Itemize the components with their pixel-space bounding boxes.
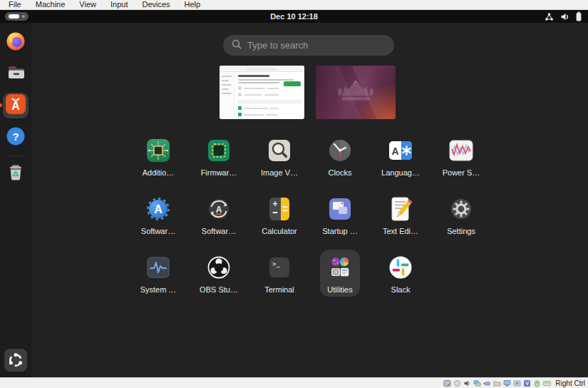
- obs-studio-icon: [205, 253, 233, 282]
- clocks-icon: [326, 136, 354, 165]
- ubuntu-logo-icon: [4, 362, 27, 374]
- status-mouse-integration-icon[interactable]: [533, 379, 541, 387]
- dock-item-files[interactable]: [6, 62, 26, 85]
- app-system-monitor[interactable]: System …: [128, 250, 189, 308]
- app-label: Slack: [391, 285, 411, 294]
- app-label: Calculator: [262, 227, 297, 235]
- status-features-icon[interactable]: V: [523, 379, 531, 387]
- svg-text:V: V: [525, 381, 529, 386]
- svg-text:A: A: [216, 205, 222, 215]
- text-editor-icon: [386, 195, 415, 223]
- dock-item-app-center[interactable]: A: [3, 93, 29, 118]
- volume-icon: [560, 12, 569, 21]
- show-apps-button[interactable]: [4, 349, 27, 372]
- status-shared-folders-icon[interactable]: [493, 379, 501, 387]
- app-obs-studio[interactable]: OBS Stu…: [189, 250, 249, 308]
- app-settings[interactable]: Settings: [431, 191, 492, 250]
- app-label: Firmwar…: [201, 168, 237, 177]
- app-tile: ASoftwar…: [196, 191, 242, 238]
- crown-emblem: [336, 80, 376, 106]
- app-label: Power S…: [443, 168, 480, 177]
- status-keyboard-icon[interactable]: [543, 379, 551, 387]
- app-slack[interactable]: Slack: [371, 250, 431, 308]
- app-tile: ALanguag…: [376, 133, 425, 180]
- app-tile: Text Edi…: [377, 191, 424, 238]
- app-label: Terminal: [264, 285, 294, 294]
- status-network-icon[interactable]: [473, 379, 481, 387]
- svg-text:A: A: [154, 203, 163, 215]
- app-software-updater[interactable]: ASoftwar…: [189, 191, 249, 250]
- app-image-viewer[interactable]: Image V…: [249, 133, 310, 191]
- dash-dock: A?: [0, 23, 31, 377]
- app-tile: Slack: [381, 250, 421, 297]
- app-label: Image V…: [261, 168, 298, 177]
- clock-label[interactable]: Dec 10 12:18: [0, 10, 588, 23]
- app-label: Languag…: [381, 168, 420, 177]
- app-language-support[interactable]: ALanguag…: [371, 133, 431, 191]
- help-icon: ?: [6, 126, 26, 149]
- statusbar-icons: V: [443, 379, 551, 387]
- software-store-icon: A: [144, 195, 172, 223]
- status-audio-icon[interactable]: [463, 379, 471, 387]
- menu-file[interactable]: File: [1, 0, 29, 9]
- app-label: Settings: [447, 227, 475, 235]
- app-additional-drivers[interactable]: Additio…: [128, 133, 189, 191]
- svg-text:>_: >_: [272, 260, 280, 267]
- app-power-statistics[interactable]: Power S…: [431, 133, 492, 191]
- app-software-store[interactable]: ASoftwar…: [128, 191, 189, 250]
- status-hard-disks-icon[interactable]: [443, 379, 451, 387]
- browser-toolbar: [220, 66, 304, 72]
- battery-icon: [576, 11, 582, 21]
- app-tile: >_Terminal: [259, 250, 300, 297]
- svg-text:A: A: [11, 100, 20, 112]
- dock-item-firefox[interactable]: [6, 31, 26, 54]
- host-key-label: Right Ctrl: [555, 379, 585, 387]
- status-display-icon[interactable]: [503, 379, 511, 387]
- gnome-top-bar: Dec 10 12:18: [0, 10, 588, 23]
- app-tile: Firmwar…: [195, 133, 243, 180]
- app-tile: Clocks: [320, 133, 360, 180]
- vbox-menubar: FileMachineViewInputDevicesHelp: [0, 0, 588, 10]
- app-label: OBS Stu…: [200, 285, 238, 294]
- browser-green-button: [284, 81, 301, 86]
- software-updater-icon: A: [205, 195, 233, 223]
- status-recording-icon[interactable]: [513, 379, 521, 387]
- workspace-thumbnail-wallpaper[interactable]: [316, 66, 396, 119]
- app-label: Startup …: [322, 227, 358, 235]
- menu-help[interactable]: Help: [177, 0, 208, 9]
- app-tile: ASoftwar…: [135, 191, 181, 238]
- system-tray[interactable]: [545, 10, 582, 23]
- app-terminal[interactable]: >_Terminal: [249, 250, 310, 308]
- app-clocks[interactable]: Clocks: [310, 133, 371, 191]
- app-text-editor[interactable]: Text Edi…: [371, 191, 431, 250]
- search-icon: [232, 39, 242, 52]
- menu-machine[interactable]: Machine: [29, 0, 73, 9]
- dock-item-help[interactable]: ?: [6, 126, 26, 149]
- app-center-icon: A: [5, 93, 26, 118]
- firefox-icon: [6, 31, 26, 54]
- trash-icon: [6, 163, 26, 185]
- utilities-folder-icon: [326, 253, 354, 282]
- menu-view[interactable]: View: [72, 0, 103, 9]
- svg-text:A: A: [391, 146, 398, 157]
- power-statistics-icon: [447, 136, 475, 165]
- app-utilities-folder[interactable]: Utilities: [310, 250, 371, 308]
- app-calculator[interactable]: +Calculator: [249, 191, 310, 250]
- status-optical-drives-icon[interactable]: [453, 379, 461, 387]
- menu-input[interactable]: Input: [103, 0, 135, 9]
- menu-devices[interactable]: Devices: [135, 0, 177, 9]
- app-startup-applications[interactable]: Startup …: [310, 191, 371, 250]
- network-icon: [545, 12, 554, 21]
- firmware-updater-icon: [205, 136, 233, 165]
- status-usb-icon[interactable]: [483, 379, 491, 387]
- search-input[interactable]: [247, 40, 386, 51]
- calculator-icon: +: [265, 195, 294, 223]
- search-bar[interactable]: [223, 35, 394, 56]
- workspace-thumbnail-browser[interactable]: [220, 66, 304, 119]
- app-tile: Startup …: [316, 191, 363, 238]
- app-label: Text Edi…: [383, 227, 418, 235]
- dock-item-trash[interactable]: [6, 163, 26, 185]
- app-firmware-updater[interactable]: Firmwar…: [189, 133, 249, 191]
- additional-drivers-icon: [144, 136, 172, 165]
- dash-separator: [9, 155, 23, 156]
